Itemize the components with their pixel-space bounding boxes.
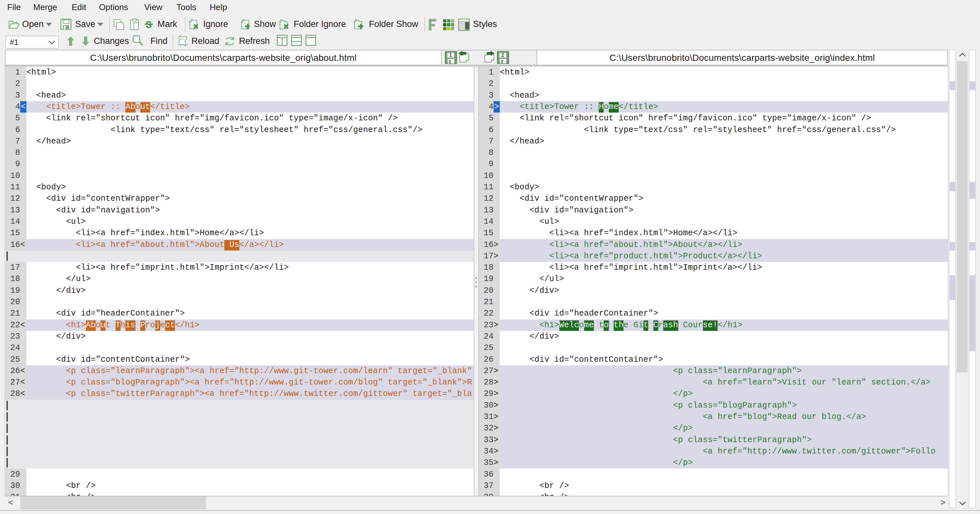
svg-text:2: 2 <box>501 52 504 58</box>
svg-text:1: 1 <box>449 52 452 58</box>
svg-text:S: S <box>146 19 152 30</box>
